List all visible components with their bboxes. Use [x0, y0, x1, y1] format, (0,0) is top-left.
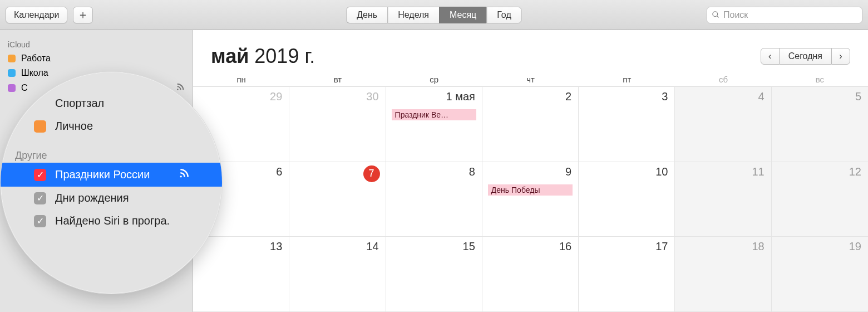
day-number: 9: [565, 165, 571, 178]
day-number: 8: [469, 165, 475, 178]
day-number: 11: [752, 165, 764, 178]
month-nav: ‹ Сегодня ›: [761, 48, 850, 65]
day-number: 13: [270, 240, 282, 253]
day-cell[interactable]: 8: [386, 162, 482, 237]
next-month-button[interactable]: ›: [831, 48, 850, 65]
checkbox-icon[interactable]: ✓: [34, 192, 46, 204]
day-number: 14: [366, 240, 378, 253]
sidebar-item[interactable]: ✓ Дни рождения: [1, 187, 222, 209]
day-cell[interactable]: 12: [772, 162, 868, 237]
event-pill[interactable]: Праздник Ве…: [392, 109, 476, 120]
sidebar-item-label: Работа: [21, 53, 51, 64]
calendar-color-swatch: [8, 55, 16, 62]
add-button[interactable]: ＋: [73, 7, 93, 23]
sidebar-item-label: Дни рождения: [55, 192, 129, 204]
event-pill[interactable]: День Победы: [488, 184, 573, 196]
dow-label: вт: [289, 72, 386, 87]
day-cell[interactable]: 7: [289, 162, 386, 237]
day-cell[interactable]: 4: [675, 87, 771, 162]
sidebar-item-label: Школа: [21, 68, 48, 78]
day-number: 17: [655, 240, 668, 253]
sidebar-section-icloud: iCloud: [0, 37, 193, 51]
calendar-color-swatch: [8, 84, 16, 92]
plus-icon: ＋: [77, 7, 88, 22]
day-cell[interactable]: 15: [386, 237, 482, 311]
svg-point-2: [177, 89, 179, 90]
calendar-color-swatch: [8, 69, 16, 77]
sidebar-item[interactable]: Работа: [0, 51, 193, 66]
day-cell[interactable]: 1 маяПраздник Ве…: [386, 87, 482, 162]
toolbar: Календари ＋ ДеньНеделяМесяцГод Поиск: [0, 0, 868, 30]
day-number: 6: [276, 165, 282, 178]
day-cell[interactable]: 14: [289, 237, 386, 311]
dow-label: вс: [772, 72, 868, 87]
day-cell[interactable]: 13: [193, 237, 289, 311]
svg-line-1: [717, 16, 718, 17]
day-number: 18: [752, 240, 764, 253]
sidebar-item-label: Праздники России: [55, 168, 150, 181]
view-tab-Неделя[interactable]: Неделя: [387, 7, 439, 23]
sidebar-item-label: Личное: [55, 120, 93, 133]
dow-label: чт: [482, 72, 579, 87]
day-cell[interactable]: 5: [772, 87, 868, 162]
calendars-button[interactable]: Календари: [6, 7, 67, 23]
day-number: 15: [463, 240, 475, 253]
view-tab-День[interactable]: День: [346, 7, 387, 23]
calendar-area: май 2019 г. ‹ Сегодня › пнвтсрчтптсбвс 2…: [193, 30, 868, 312]
month-grid: 29301 маяПраздник Ве…23456789День Победы…: [193, 87, 868, 312]
day-cell[interactable]: 30: [289, 87, 386, 162]
sidebar-item[interactable]: ✓ Праздники России: [1, 163, 222, 187]
day-cell[interactable]: 10: [579, 162, 675, 237]
today-button[interactable]: Сегодня: [780, 48, 831, 65]
dow-label: пн: [193, 72, 289, 87]
day-cell[interactable]: 3: [579, 87, 675, 162]
sidebar-item-label: Спортзал: [55, 97, 104, 110]
chevron-left-icon: ‹: [768, 51, 771, 61]
sidebar-item-label: Найдено Siri в програ.: [55, 214, 170, 227]
search-input[interactable]: Поиск: [707, 7, 862, 23]
prev-month-button[interactable]: ‹: [761, 48, 780, 65]
search-icon: [712, 11, 720, 19]
dow-label: ср: [386, 72, 482, 87]
day-number: 19: [849, 240, 861, 253]
day-number: 5: [855, 90, 861, 103]
dow-label: пт: [579, 72, 675, 87]
day-number: 16: [559, 240, 571, 253]
view-tab-Месяц[interactable]: Месяц: [439, 7, 486, 23]
today-indicator: 7: [363, 165, 380, 182]
checkbox-icon[interactable]: ✓: [34, 169, 46, 181]
day-of-week-header: пнвтсрчтптсбвс: [193, 72, 868, 87]
zoom-lens: СпортзалЛичное Другие ✓ Праздники России…: [0, 71, 223, 294]
day-number: 4: [758, 90, 765, 103]
sidebar-section-other: Другие: [1, 144, 222, 163]
checkbox-icon[interactable]: ✓: [34, 215, 46, 227]
svg-point-0: [713, 12, 718, 17]
shared-icon: [176, 82, 185, 94]
dow-label: сб: [675, 72, 771, 87]
day-number: 10: [655, 165, 668, 178]
search-placeholder: Поиск: [723, 10, 748, 20]
day-cell[interactable]: 2: [482, 87, 579, 162]
day-cell[interactable]: 19: [772, 237, 868, 311]
day-cell[interactable]: 16: [482, 237, 579, 311]
view-tab-Год[interactable]: Год: [486, 7, 521, 23]
day-number: 3: [662, 90, 668, 103]
sidebar-item[interactable]: ✓ Найдено Siri в програ.: [1, 209, 222, 232]
shared-icon: [179, 168, 190, 182]
month-title: май 2019 г.: [211, 45, 315, 68]
day-cell[interactable]: 17: [579, 237, 675, 311]
day-number: 12: [849, 165, 861, 178]
day-number: 29: [270, 90, 282, 103]
sidebar-item[interactable]: Личное: [1, 115, 222, 138]
svg-point-3: [180, 176, 182, 177]
day-cell[interactable]: 11: [675, 162, 771, 237]
day-number: 2: [565, 90, 571, 103]
calendar-color-swatch: [34, 120, 46, 133]
day-cell[interactable]: 18: [675, 237, 771, 311]
sidebar-item-label: С: [21, 83, 28, 93]
day-number: 30: [366, 90, 378, 103]
day-cell[interactable]: 9День Победы: [482, 162, 579, 237]
day-number: 1 мая: [446, 90, 475, 103]
view-segmented-control: ДеньНеделяМесяцГод: [346, 7, 521, 23]
chevron-right-icon: ›: [839, 51, 842, 61]
